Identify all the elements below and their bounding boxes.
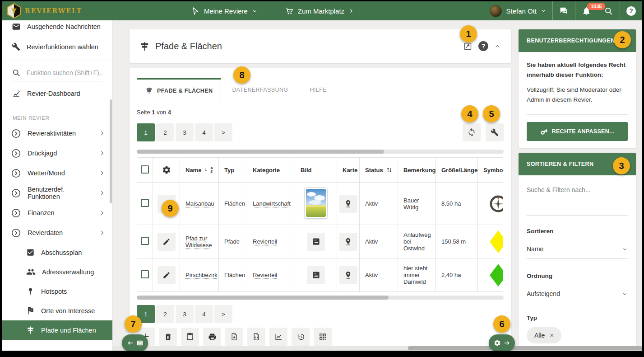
- map-button[interactable]: [339, 233, 357, 251]
- sidebar-group-revierdaten[interactable]: Revierdaten: [2, 223, 112, 243]
- page-button-2[interactable]: 2: [156, 123, 174, 141]
- annotation-badge-6[interactable]: 6: [493, 315, 510, 333]
- map-button[interactable]: [339, 195, 357, 213]
- row-checkbox[interactable]: [141, 199, 149, 207]
- nav-zum-marktplatz[interactable]: Zum Marktplatz: [285, 6, 354, 15]
- user-menu[interactable]: Stefan Ott: [483, 5, 552, 17]
- messages-button[interactable]: [553, 1, 575, 20]
- annotation-badge-4[interactable]: 4: [461, 105, 478, 122]
- sidebar-scrollbar[interactable]: [110, 99, 112, 203]
- sidebar-group-wetter-mond[interactable]: Wetter/Mond: [2, 163, 112, 183]
- delete-button[interactable]: [159, 328, 177, 346]
- row-kategorie-link[interactable]: Revierteil: [253, 238, 277, 245]
- column-header-symbol[interactable]: Symbol: [478, 158, 504, 183]
- row-checkbox[interactable]: [141, 237, 149, 245]
- edit-button[interactable]: [158, 233, 176, 251]
- annotation-badge-7[interactable]: 7: [125, 315, 142, 333]
- row-kategorie-link[interactable]: Revierteil: [253, 272, 277, 278]
- sidebar-item-adressverwaltung[interactable]: Adressverwaltung: [2, 262, 112, 282]
- sidebar-group-drueckjagd[interactable]: Drückjagd: [2, 143, 112, 163]
- annotation-badge-1[interactable]: 1: [460, 25, 477, 42]
- export-download-button[interactable]: [225, 328, 243, 346]
- column-header-karte[interactable]: Karte: [337, 158, 360, 183]
- sidebar-item-abschussplan[interactable]: Abschussplan: [2, 243, 112, 262]
- annotation-badge-8[interactable]: 8: [233, 66, 250, 84]
- adjust-rights-button[interactable]: RECHTE ANPASSEN...: [527, 122, 628, 141]
- annotation-badge-9[interactable]: 9: [162, 200, 179, 217]
- filter-search-input[interactable]: [527, 186, 628, 193]
- tab-pfade-flaechen[interactable]: PFADE & FLÄCHEN: [137, 78, 221, 102]
- page-button-next[interactable]: >: [214, 305, 232, 323]
- sidebar-item-orte-von-interesse[interactable]: Orte von Interesse: [2, 301, 112, 320]
- sidebar-item-hotspots[interactable]: Hotspots: [2, 282, 112, 301]
- order-select[interactable]: Aufsteigend: [527, 289, 628, 303]
- column-header-status[interactable]: Status: [360, 158, 398, 183]
- qr-code-button[interactable]: [314, 328, 332, 346]
- sidebar-item-revierfunktionen[interactable]: Revierfunktionen wählen: [2, 37, 112, 57]
- collapse-table-fab[interactable]: [122, 334, 148, 351]
- annotation-badge-5[interactable]: 5: [483, 105, 500, 122]
- help-button[interactable]: ?: [620, 1, 642, 20]
- map-pin-icon: [344, 237, 352, 246]
- tab-hilfe[interactable]: HILFE: [299, 78, 338, 102]
- statistics-button[interactable]: [269, 328, 287, 346]
- function-search-input[interactable]: [27, 69, 103, 76]
- annotation-badge-3[interactable]: 3: [613, 157, 630, 174]
- typ-filter-chip[interactable]: Alle ×: [527, 327, 561, 343]
- table-scrollbar-top[interactable]: [137, 150, 504, 154]
- map-button[interactable]: [339, 266, 357, 284]
- image-button[interactable]: [307, 233, 325, 251]
- brand-logo[interactable]: REVIERWELT: [2, 3, 110, 19]
- sidebar-item-ausgehende-nachrichten[interactable]: Ausgehende Nachrichten: [2, 20, 112, 37]
- page-button-1[interactable]: 1: [137, 123, 155, 141]
- page-horizontal-scrollbar[interactable]: [113, 346, 642, 351]
- page-button-next[interactable]: >: [214, 123, 232, 141]
- row-photo-thumbnail[interactable]: [304, 187, 328, 219]
- chip-close-icon[interactable]: ×: [550, 330, 554, 341]
- settings-fab[interactable]: [489, 334, 515, 351]
- sidebar-item-revier-dashboard[interactable]: Revier-Dashboard: [2, 83, 112, 103]
- tab-datenerfassung[interactable]: DATENERFASSUNG: [221, 78, 299, 102]
- nav-meine-reviere[interactable]: Meine Reviere: [191, 7, 258, 15]
- print-button[interactable]: [203, 328, 221, 346]
- column-header-bild[interactable]: Bild: [295, 158, 337, 183]
- collapse-chevron-icon[interactable]: [494, 43, 501, 50]
- sort-select[interactable]: Name: [527, 244, 628, 258]
- export-code-button[interactable]: [247, 328, 265, 346]
- sidebar-group-finanzen[interactable]: Finanzen: [2, 203, 112, 223]
- page-button-3[interactable]: 3: [176, 123, 194, 141]
- pin-window-icon[interactable]: [463, 42, 473, 51]
- row-name-link[interactable]: Pfad zur Wildwiese: [185, 235, 212, 249]
- row-checkbox[interactable]: [141, 270, 149, 278]
- data-table-wrap: Name AZ Typ Kategorie Bild Karte Status: [137, 157, 503, 292]
- column-header-groesse[interactable]: Größe/Länge: [436, 158, 478, 183]
- page-button-4[interactable]: 4: [195, 123, 213, 141]
- row-name-link[interactable]: Maisanbau: [185, 200, 214, 207]
- row-name-link[interactable]: Pirschbezirk: [185, 272, 218, 278]
- row-kategorie-link[interactable]: Landwirtschaft: [253, 200, 291, 207]
- help-icon[interactable]: ?: [478, 41, 488, 51]
- page-button-2[interactable]: 2: [156, 305, 174, 323]
- refresh-button[interactable]: [463, 123, 481, 141]
- select-all-checkbox[interactable]: [141, 165, 149, 174]
- column-header-typ[interactable]: Typ: [219, 158, 247, 183]
- page-button-3[interactable]: 3: [176, 305, 194, 323]
- pfade-flaechen-card: PFADE & FLÄCHEN DATENERFASSUNG HILFE Sei…: [130, 68, 511, 347]
- sidebar-group-revieraktivitaeten[interactable]: Revieraktivitäten: [2, 123, 112, 143]
- copy-button[interactable]: [181, 328, 199, 346]
- annotation-badge-2[interactable]: 2: [614, 31, 631, 48]
- sidebar-group-benutzerdef-funktionen[interactable]: Benutzerdef. Funktionen: [2, 183, 112, 203]
- sidebar-item-pfade-und-flaechen[interactable]: Pfade und Flächen: [2, 320, 112, 340]
- edit-button[interactable]: [158, 266, 176, 284]
- notifications-button[interactable]: 1035: [575, 1, 598, 20]
- search-button[interactable]: [598, 1, 620, 20]
- image-button[interactable]: [307, 266, 325, 284]
- column-header-kategorie[interactable]: Kategorie: [247, 158, 295, 183]
- table-scrollbar-bottom[interactable]: [137, 296, 504, 300]
- page-button-4[interactable]: 4: [195, 305, 213, 323]
- column-header-name[interactable]: Name AZ: [180, 158, 219, 183]
- pagination-top: 1 2 3 4 >: [137, 123, 504, 141]
- settings-wrench-button[interactable]: [486, 123, 504, 141]
- column-header-bemerkung[interactable]: Bemerkung: [398, 158, 436, 183]
- history-button[interactable]: [292, 328, 310, 346]
